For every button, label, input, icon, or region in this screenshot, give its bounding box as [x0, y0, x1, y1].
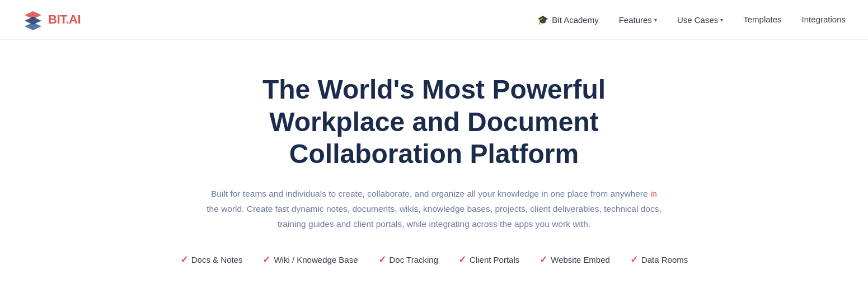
checkmark-icon: ✓ [539, 254, 547, 266]
feature-client-portals: ✓ Client Portals [458, 254, 519, 266]
logo[interactable]: BIT.AI [22, 9, 81, 30]
hero-title: The World's Most Powerful Workplace and … [182, 73, 686, 170]
feature-data-rooms: ✓ Data Rooms [630, 254, 688, 266]
nav-links: 🎓 Bit Academy Features ▾ Use Cases ▾ Tem… [537, 15, 846, 25]
logo-text: BIT.AI [48, 12, 81, 27]
nav-item-templates[interactable]: Templates [743, 15, 781, 25]
nav-item-integrations[interactable]: Integrations [802, 15, 846, 25]
nav-item-features[interactable]: Features ▾ [619, 15, 657, 25]
hero-subtitle: Built for teams and individuals to creat… [205, 186, 664, 231]
feature-doc-tracking: ✓ Doc Tracking [378, 254, 439, 266]
logo-icon [22, 9, 44, 30]
nav-item-use-cases[interactable]: Use Cases ▾ [677, 15, 723, 25]
checkmark-icon: ✓ [262, 254, 270, 266]
highlight-word: in [650, 189, 657, 198]
checkmark-icon: ✓ [180, 254, 188, 266]
chevron-down-icon: ▾ [654, 17, 657, 23]
checkmark-icon: ✓ [630, 254, 638, 266]
nav-item-bit-academy[interactable]: 🎓 Bit Academy [537, 15, 598, 25]
checkmark-icon: ✓ [458, 254, 466, 266]
feature-wiki-knowledge: ✓ Wiki / Knowedge Base [262, 254, 358, 266]
feature-website-embed: ✓ Website Embed [539, 254, 610, 266]
checkmark-icon: ✓ [378, 254, 386, 266]
graduation-cap-icon: 🎓 [537, 15, 548, 25]
chevron-down-icon: ▾ [720, 17, 723, 23]
hero-section: The World's Most Powerful Workplace and … [0, 40, 868, 288]
features-row: ✓ Docs & Notes ✓ Wiki / Knowedge Base ✓ … [180, 254, 688, 266]
feature-docs-notes: ✓ Docs & Notes [180, 254, 243, 266]
navbar: BIT.AI 🎓 Bit Academy Features ▾ Use Case… [0, 0, 868, 40]
svg-marker-2 [25, 22, 41, 30]
